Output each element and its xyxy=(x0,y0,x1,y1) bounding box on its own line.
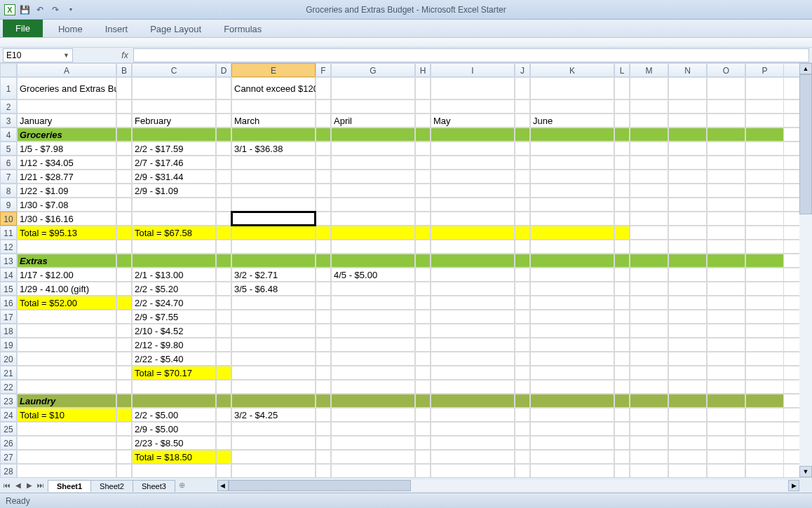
cell-O7[interactable] xyxy=(707,170,745,184)
cell-A25[interactable] xyxy=(17,422,116,436)
cell-I13[interactable] xyxy=(431,254,515,268)
cell-J7[interactable] xyxy=(515,170,530,184)
cell-K4[interactable] xyxy=(530,128,614,142)
cell-N27[interactable] xyxy=(668,450,707,464)
sheet-tab-2[interactable]: Sheet2 xyxy=(90,480,133,492)
cell-M21[interactable] xyxy=(630,366,668,380)
cell-P6[interactable] xyxy=(745,156,784,170)
next-sheet-icon[interactable]: ▶ xyxy=(24,481,35,489)
cell-F26[interactable] xyxy=(316,436,331,450)
cell-A2[interactable] xyxy=(17,99,116,114)
cell-H7[interactable] xyxy=(415,170,431,184)
cell-G15[interactable] xyxy=(331,282,415,296)
row-header-21[interactable]: 21 xyxy=(0,366,17,380)
cell-A15[interactable]: 1/29 - 41.00 (gift) xyxy=(17,282,116,296)
cell-A10[interactable]: 1/30 - $16.16 xyxy=(17,212,116,226)
cell-B16[interactable] xyxy=(116,296,132,310)
cell-P19[interactable] xyxy=(745,338,784,352)
cell-C12[interactable] xyxy=(132,240,216,254)
cell-H25[interactable] xyxy=(415,422,431,436)
cell-I8[interactable] xyxy=(431,184,515,198)
cell-D19[interactable] xyxy=(216,338,231,352)
cell-I14[interactable] xyxy=(431,268,515,282)
cell-E1[interactable]: Cannot exceed $120 for Groceries, $100 f… xyxy=(231,77,316,99)
cell-E19[interactable] xyxy=(231,338,316,352)
cell-I22[interactable] xyxy=(431,380,515,394)
cell-M23[interactable] xyxy=(630,394,668,408)
cell-N17[interactable] xyxy=(668,310,707,324)
first-sheet-icon[interactable]: ⏮ xyxy=(1,481,13,489)
cell-B8[interactable] xyxy=(116,184,132,198)
row-header-4[interactable]: 4 xyxy=(0,128,17,142)
cell-B14[interactable] xyxy=(116,268,132,282)
cell-J22[interactable] xyxy=(515,380,530,394)
cell-M11[interactable] xyxy=(630,226,668,240)
cell-K17[interactable] xyxy=(530,310,614,324)
cell-I18[interactable] xyxy=(431,324,515,338)
cell-G5[interactable] xyxy=(331,142,415,156)
cell-L7[interactable] xyxy=(614,170,630,184)
cell-C25[interactable]: 2/9 - $5.00 xyxy=(132,422,216,436)
cell-J13[interactable] xyxy=(515,254,530,268)
cell-E16[interactable] xyxy=(231,296,316,310)
cell-I6[interactable] xyxy=(431,156,515,170)
row-header-14[interactable]: 14 xyxy=(0,268,17,282)
cell-C19[interactable]: 2/12 - $9.80 xyxy=(132,338,216,352)
cell-F21[interactable] xyxy=(316,366,331,380)
cell-D12[interactable] xyxy=(216,240,231,254)
cell-L8[interactable] xyxy=(614,184,630,198)
cell-D22[interactable] xyxy=(216,380,231,394)
cell-H11[interactable] xyxy=(415,226,431,240)
cell-E25[interactable] xyxy=(231,422,316,436)
cell-E26[interactable] xyxy=(231,436,316,450)
cell-B20[interactable] xyxy=(116,352,132,366)
cell-N15[interactable] xyxy=(668,282,707,296)
cell-B6[interactable] xyxy=(116,156,132,170)
cell-B23[interactable] xyxy=(116,394,132,408)
cell-P10[interactable] xyxy=(745,212,784,226)
cell-F28[interactable] xyxy=(316,464,331,478)
cell-I16[interactable] xyxy=(431,296,515,310)
cell-F11[interactable] xyxy=(316,226,331,240)
cell-I25[interactable] xyxy=(431,422,515,436)
cell-K5[interactable] xyxy=(530,142,614,156)
cell-M14[interactable] xyxy=(630,268,668,282)
cell-A11[interactable]: Total = $95.13 xyxy=(17,226,116,240)
cell-F7[interactable] xyxy=(316,170,331,184)
formula-bar[interactable] xyxy=(133,48,809,62)
cell-D20[interactable] xyxy=(216,352,231,366)
cell-L2[interactable] xyxy=(614,99,630,114)
cell-I9[interactable] xyxy=(431,198,515,212)
cell-N8[interactable] xyxy=(668,184,707,198)
cell-O21[interactable] xyxy=(707,366,745,380)
cell-J14[interactable] xyxy=(515,268,530,282)
cell-E24[interactable]: 3/2 - $4.25 xyxy=(231,408,316,422)
cell-L14[interactable] xyxy=(614,268,630,282)
cell-G17[interactable] xyxy=(331,310,415,324)
cell-F10[interactable] xyxy=(316,212,331,226)
cell-H22[interactable] xyxy=(415,380,431,394)
sheet-nav-arrows[interactable]: ⏮ ◀ ▶ ⏭ xyxy=(0,481,48,489)
cell-G27[interactable] xyxy=(331,450,415,464)
cell-I15[interactable] xyxy=(431,282,515,296)
cell-J24[interactable] xyxy=(515,408,530,422)
cell-K6[interactable] xyxy=(530,156,614,170)
cell-J5[interactable] xyxy=(515,142,530,156)
cell-D4[interactable] xyxy=(216,128,231,142)
cell-E14[interactable]: 3/2 - $2.71 xyxy=(231,268,316,282)
cell-E17[interactable] xyxy=(231,310,316,324)
sheet-tab-1[interactable]: Sheet1 xyxy=(48,480,91,492)
cell-A5[interactable]: 1/5 - $7.98 xyxy=(17,142,116,156)
cell-K21[interactable] xyxy=(530,366,614,380)
cell-B9[interactable] xyxy=(116,198,132,212)
cell-E6[interactable] xyxy=(231,156,316,170)
cell-P3[interactable] xyxy=(745,114,784,128)
cell-O13[interactable] xyxy=(707,254,745,268)
cell-H6[interactable] xyxy=(415,156,431,170)
scroll-left-icon[interactable]: ◀ xyxy=(217,480,229,491)
cell-N28[interactable] xyxy=(668,464,707,478)
cell-O2[interactable] xyxy=(707,99,745,114)
cell-N23[interactable] xyxy=(668,394,707,408)
cell-L10[interactable] xyxy=(614,212,630,226)
cell-M15[interactable] xyxy=(630,282,668,296)
